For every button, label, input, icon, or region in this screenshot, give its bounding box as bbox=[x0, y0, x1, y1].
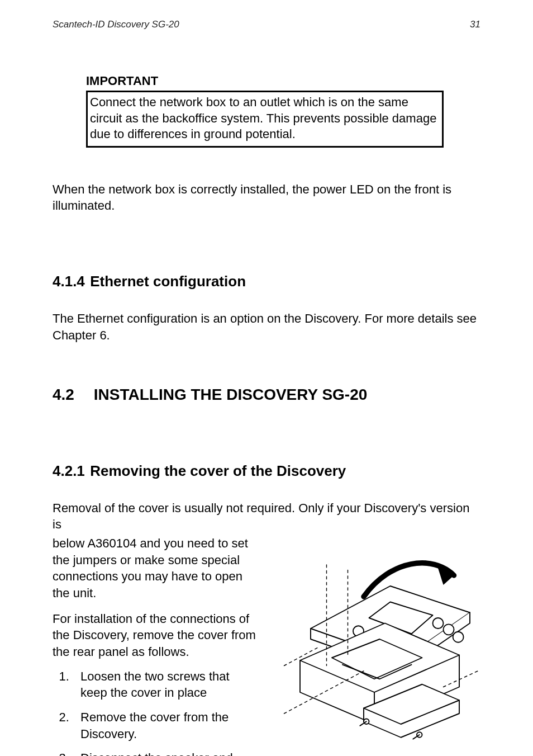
important-title: IMPORTANT bbox=[86, 74, 444, 88]
heading-4-2: 4.2 INSTALLING THE DISCOVERY SG-20 bbox=[53, 386, 480, 404]
heading-4-1-4: 4.1.4 Ethernet configuration bbox=[53, 273, 480, 290]
discovery-remove-cover-illustration bbox=[268, 533, 480, 745]
step-item: Disconnect the speaker and cable from th… bbox=[73, 750, 257, 756]
page-header: Scantech-ID Discovery SG-20 31 bbox=[53, 19, 480, 30]
document-page: Scantech-ID Discovery SG-20 31 IMPORTANT… bbox=[0, 0, 533, 756]
header-page-number: 31 bbox=[470, 19, 480, 30]
section-4-2-1-intro-rest: below A360104 and you need to set the ju… bbox=[53, 535, 257, 602]
svg-point-4 bbox=[453, 632, 464, 642]
svg-point-2 bbox=[433, 618, 444, 629]
svg-point-3 bbox=[444, 624, 454, 635]
heading-title: Ethernet configuration bbox=[90, 273, 246, 290]
section-4-2-1-para2: For installation of the connections of t… bbox=[53, 611, 257, 660]
header-left: Scantech-ID Discovery SG-20 bbox=[53, 19, 179, 30]
heading-title: Removing the cover of the Discovery bbox=[90, 462, 346, 479]
left-column: below A360104 and you need to set the ju… bbox=[53, 533, 257, 756]
section-4-1-4-body: The Ethernet configuration is an option … bbox=[53, 310, 480, 343]
important-box: Connect the network box to an outlet whi… bbox=[86, 91, 444, 148]
two-column-layout: below A360104 and you need to set the ju… bbox=[53, 533, 480, 756]
heading-number: 4.1.4 bbox=[53, 273, 86, 290]
step-item: Remove the cover from the Discovery. bbox=[73, 709, 257, 742]
heading-4-2-1: 4.2.1 Removing the cover of the Discover… bbox=[53, 462, 480, 480]
important-block: IMPORTANT Connect the network box to an … bbox=[86, 74, 444, 148]
steps-list: Loosen the two screws that keep the cove… bbox=[53, 668, 257, 756]
post-important-paragraph: When the network box is correctly instal… bbox=[53, 181, 480, 214]
heading-title: INSTALLING THE DISCOVERY SG-20 bbox=[94, 386, 368, 403]
right-column bbox=[268, 533, 480, 745]
step-item: Loosen the two screws that keep the cove… bbox=[73, 668, 257, 701]
heading-number: 4.2.1 bbox=[53, 462, 86, 480]
heading-number: 4.2 bbox=[53, 386, 89, 404]
section-4-2-1-intro-line1: Removal of the cover is usually not requ… bbox=[53, 500, 480, 533]
